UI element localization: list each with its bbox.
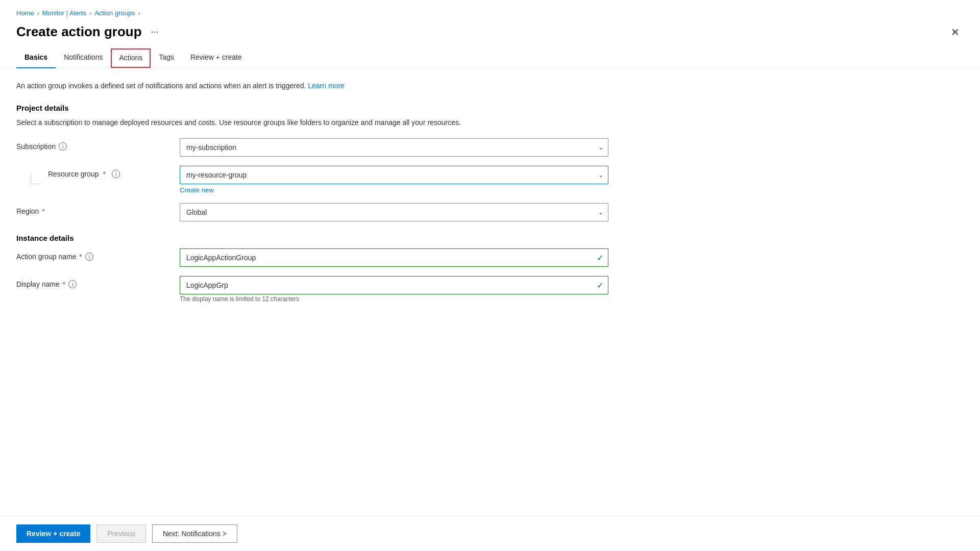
resource-group-row: Resource group * i my-resource-group ⌄ C… xyxy=(16,166,964,194)
resource-group-required: * xyxy=(103,170,106,178)
subscription-label: Subscription xyxy=(16,142,56,151)
next-button[interactable]: Next: Notifications > xyxy=(152,524,237,543)
resource-group-label: Resource group xyxy=(48,170,99,178)
region-dropdown-wrapper: Global ⌄ xyxy=(180,203,608,221)
tab-review-create[interactable]: Review + create xyxy=(182,48,250,68)
learn-more-link[interactable]: Learn more xyxy=(308,82,345,90)
create-new-link[interactable]: Create new xyxy=(180,186,608,194)
resource-group-info-icon[interactable]: i xyxy=(112,170,120,178)
action-group-name-required: * xyxy=(80,253,82,261)
project-details-title: Project details xyxy=(16,104,964,112)
tab-basics[interactable]: Basics xyxy=(16,48,56,68)
display-name-info-icon[interactable]: i xyxy=(68,280,77,288)
tab-notifications[interactable]: Notifications xyxy=(56,48,111,68)
tabs-container: Basics Notifications Actions Tags Review… xyxy=(0,48,980,68)
resource-group-dropdown-wrapper: my-resource-group ⌄ xyxy=(180,166,608,184)
breadcrumb-sep-1: › xyxy=(37,10,39,17)
breadcrumb-sep-2: › xyxy=(89,10,91,17)
action-group-name-input[interactable] xyxy=(180,248,608,267)
page-title: Create action group xyxy=(16,24,142,40)
action-group-name-input-wrapper: ✓ xyxy=(180,248,608,267)
previous-button[interactable]: Previous xyxy=(96,524,145,543)
indent-line xyxy=(31,174,41,184)
breadcrumb-home[interactable]: Home xyxy=(16,9,34,17)
breadcrumb-monitor-alerts[interactable]: Monitor | Alerts xyxy=(42,9,86,17)
action-group-name-row: Action group name * i ✓ xyxy=(16,248,964,267)
action-group-name-valid-icon: ✓ xyxy=(597,253,603,263)
display-name-input[interactable] xyxy=(180,276,608,294)
project-details-section: Project details Select a subscription to… xyxy=(16,104,964,221)
subscription-dropdown[interactable]: my-subscription xyxy=(180,138,608,157)
action-group-name-label: Action group name xyxy=(16,253,77,261)
display-name-required: * xyxy=(63,280,65,288)
display-name-input-wrapper: ✓ xyxy=(180,276,608,294)
breadcrumb-action-groups[interactable]: Action groups xyxy=(94,9,135,17)
ellipsis-button[interactable]: ··· xyxy=(148,26,162,38)
subscription-row: Subscription i my-subscription ⌄ xyxy=(16,138,964,157)
display-name-row: Display name * i ✓ The display name is l… xyxy=(16,276,964,303)
subscription-dropdown-wrapper: my-subscription ⌄ xyxy=(180,138,608,157)
display-name-label: Display name xyxy=(16,280,60,288)
close-icon: ✕ xyxy=(951,27,960,38)
instance-details-title: Instance details xyxy=(16,234,964,242)
instance-details-section: Instance details Action group name * i ✓ xyxy=(16,234,964,303)
tab-tags[interactable]: Tags xyxy=(151,48,182,68)
action-group-name-info-icon[interactable]: i xyxy=(85,253,93,261)
page-header: Create action group ··· ✕ xyxy=(0,21,980,48)
content-area: An action group invokes a defined set of… xyxy=(0,68,980,516)
resource-group-dropdown[interactable]: my-resource-group xyxy=(180,166,608,184)
footer: Review + create Previous Next: Notificat… xyxy=(0,516,980,551)
region-required: * xyxy=(42,207,44,215)
subscription-info-icon[interactable]: i xyxy=(59,142,67,151)
display-name-hint: The display name is limited to 12 charac… xyxy=(180,295,299,303)
region-dropdown[interactable]: Global xyxy=(180,203,608,221)
region-label: Region xyxy=(16,207,39,215)
breadcrumb: Home › Monitor | Alerts › Action groups … xyxy=(0,0,980,21)
tab-actions[interactable]: Actions xyxy=(111,48,151,68)
description-text: An action group invokes a defined set of… xyxy=(16,81,964,91)
region-row: Region * Global ⌄ xyxy=(16,203,964,221)
close-button[interactable]: ✕ xyxy=(947,25,964,39)
breadcrumb-sep-3: › xyxy=(138,10,140,17)
display-name-valid-icon: ✓ xyxy=(597,281,603,290)
project-details-desc: Select a subscription to manage deployed… xyxy=(16,117,964,128)
review-create-button[interactable]: Review + create xyxy=(16,524,90,543)
